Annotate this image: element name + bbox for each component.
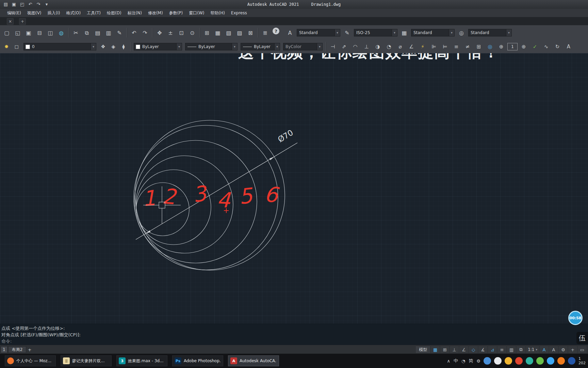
chevron-down-icon[interactable] (91, 43, 96, 50)
dim-continue-icon[interactable]: ⊨ (440, 42, 450, 51)
paste-icon[interactable]: ▤ (92, 28, 103, 38)
otrack-icon[interactable]: ∡ (478, 346, 487, 353)
qat-menu-icon[interactable]: ▾ (43, 1, 50, 8)
tray-app-3[interactable] (505, 357, 512, 365)
dim-style-select[interactable]: ISO-25 (354, 29, 397, 36)
dim-text-icon[interactable]: A (564, 42, 574, 51)
chevron-down-icon[interactable] (506, 29, 511, 36)
osnap-icon[interactable]: ◇ (469, 346, 478, 353)
dim-space-icon[interactable]: ≡ (451, 42, 461, 51)
layout-tab-2[interactable]: 布局2 (8, 346, 27, 353)
menu-parametric[interactable]: 参数(P) (166, 9, 186, 17)
markup-icon[interactable]: ▨ (234, 28, 245, 38)
dim-arc-length-icon[interactable]: ◠ (350, 42, 360, 51)
transparency-icon[interactable]: ▥ (507, 346, 516, 353)
chevron-down-icon[interactable] (232, 43, 237, 50)
plot-icon[interactable]: ⊟ (34, 28, 45, 38)
new-file-tab-button[interactable]: + (19, 18, 26, 25)
drawing-viewport[interactable]: Ø70 1 2 3 4 5 6 (0, 53, 588, 324)
named-views-icon[interactable]: ▦ (212, 28, 223, 38)
autoscale-icon[interactable]: A (549, 346, 558, 353)
tray-app-5[interactable] (526, 357, 533, 365)
taskbar-autocad[interactable]: A Autodesk AutoCA... (228, 355, 279, 366)
menu-dimension[interactable]: 标注(N) (125, 9, 145, 17)
app-menu-icon[interactable]: ▤ (2, 1, 10, 8)
dim-jogged-icon[interactable]: ◔ (384, 42, 394, 51)
tray-app-1[interactable] (484, 357, 491, 365)
dim-style-icon[interactable]: ✎ (342, 28, 353, 38)
table-style-select[interactable]: Standard (411, 29, 455, 36)
publish-icon[interactable]: ◍ (56, 28, 67, 38)
menu-window[interactable]: 窗口(W) (186, 9, 207, 17)
tray-settings-icon[interactable]: ⚙ (476, 358, 480, 364)
file-tab-close-icon[interactable]: × (7, 18, 14, 25)
lineweight-select[interactable]: ByLayer (241, 43, 280, 50)
color-select[interactable]: ByLayer (134, 43, 182, 50)
chevron-down-icon[interactable] (176, 43, 182, 50)
dim-ordinate-icon[interactable]: ⊥ (361, 42, 372, 51)
tray-expand-icon[interactable]: ∧ (447, 358, 450, 364)
layer-properties-icon[interactable]: ❖ (98, 42, 108, 51)
dim-break-icon[interactable]: ≠ (462, 42, 473, 51)
layer-bulb-icon[interactable]: ✹ (1, 42, 12, 51)
ortho-icon[interactable]: ⊥ (450, 346, 459, 353)
tray-app-6[interactable] (536, 357, 544, 365)
tray-app-7[interactable] (547, 357, 554, 365)
dim-radius-icon[interactable]: ◑ (373, 42, 383, 51)
polar-icon[interactable]: ∠ (459, 346, 468, 353)
dim-baseline-icon[interactable]: ⊫ (429, 42, 439, 51)
lineweight-icon[interactable]: ≡ (497, 346, 506, 353)
tolerance-icon[interactable]: ⊞ (474, 42, 484, 51)
chevron-down-icon[interactable] (392, 29, 397, 36)
chevron-down-icon[interactable] (317, 43, 322, 50)
plotstyle-select[interactable]: ByColor (283, 43, 323, 50)
plot-preview-icon[interactable]: ◫ (45, 28, 56, 38)
save-icon[interactable]: ▣ (23, 28, 34, 38)
table-style-icon[interactable]: ▦ (399, 28, 410, 38)
menu-insert[interactable]: 插入(I) (45, 9, 63, 17)
taskbar-firefox[interactable]: 个人中心 — Moz... (5, 355, 56, 366)
tray-app-2[interactable] (494, 357, 502, 365)
selection-cycling-icon[interactable]: ⧉ (517, 346, 525, 353)
menu-tools[interactable]: 工具(T) (84, 9, 104, 17)
chevron-down-icon[interactable] (449, 29, 454, 36)
properties-icon[interactable]: ≣ (260, 28, 271, 38)
dim-aligned-icon[interactable]: ⇗ (339, 42, 349, 51)
dim-diameter-icon[interactable]: ⌀ (395, 42, 405, 51)
dim-angular-icon[interactable]: ∠ (406, 42, 416, 51)
dim-linear-icon[interactable]: ⊣ (328, 42, 338, 51)
menu-edit[interactable]: 编辑(E) (4, 9, 24, 17)
quick-calc-icon[interactable]: ⊠ (245, 28, 256, 38)
center-mark-icon[interactable]: ◎ (485, 42, 495, 51)
qat-redo-icon[interactable]: ↷ (35, 1, 42, 8)
help-icon[interactable]: ? (273, 28, 279, 34)
ime-lang-icon[interactable]: 中 (454, 358, 458, 364)
qat-save-icon[interactable]: ▣ (10, 1, 18, 8)
chevron-down-icon[interactable] (334, 29, 340, 36)
pan-icon[interactable]: ✥ (154, 28, 165, 38)
layer-previous-icon[interactable]: ⧫ (118, 42, 129, 51)
dynamic-input-icon[interactable]: ⊿ (488, 346, 497, 353)
model-space-button[interactable]: 模型 (416, 346, 430, 353)
tray-app-4[interactable] (515, 357, 523, 365)
layout-tab-1[interactable]: 1 (1, 346, 7, 353)
menu-draw[interactable]: 绘图(D) (104, 9, 125, 17)
paste-special-icon[interactable]: ▥ (103, 28, 114, 38)
text-style-icon[interactable]: A (284, 28, 295, 38)
open-icon[interactable]: ◱ (12, 28, 23, 38)
new-icon[interactable]: ▢ (1, 28, 12, 38)
workspace-gear-icon[interactable]: ⚙ (559, 346, 568, 353)
new-layout-button[interactable]: + (26, 347, 33, 352)
layer-lock-icon[interactable]: ◻ (12, 42, 22, 51)
layer-select[interactable]: 0 (23, 43, 96, 50)
make-layer-current-icon[interactable]: ◈ (108, 42, 118, 51)
taskbar-3dsmax[interactable]: 3 效果图.max - 3d... (116, 355, 167, 366)
drawing-canvas[interactable]: 这个视频，让你绘图效率提高十倍！ Ø70 1 2 3 4 5 6 (0, 53, 588, 324)
taskbar-photoshop[interactable]: Ps Adobe Photoshop... (172, 355, 223, 366)
annotation-monitor-icon[interactable]: + (568, 346, 577, 353)
tray-app-9[interactable] (568, 357, 575, 365)
menu-modify[interactable]: 修改(M) (145, 9, 166, 17)
menu-express[interactable]: Express (228, 10, 250, 16)
qat-undo-icon[interactable]: ↶ (27, 1, 34, 8)
dim-check-icon[interactable]: ✓ (530, 42, 540, 51)
